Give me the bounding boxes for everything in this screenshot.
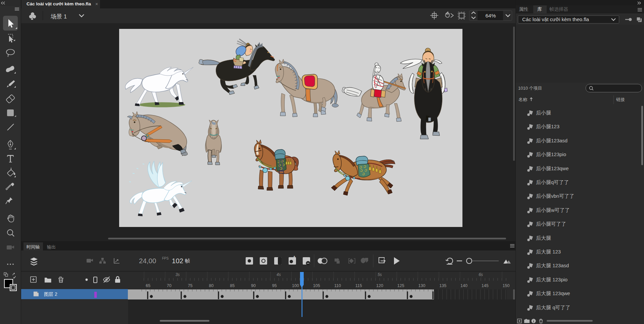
svg-text:64%: 64% [485,13,496,18]
svg-text:80: 80 [209,283,214,288]
svg-text:90: 90 [251,283,256,288]
svg-text:3s: 3s [176,272,180,277]
svg-text:150: 150 [503,283,510,288]
svg-text:110: 110 [334,283,341,288]
svg-text:A: A [293,255,296,259]
svg-text:65: 65 [146,283,150,288]
svg-text:105: 105 [313,283,320,288]
svg-text:135: 135 [439,283,446,288]
svg-text:95: 95 [272,283,277,288]
svg-text:6s: 6s [479,272,483,277]
svg-text:140: 140 [460,283,467,288]
svg-text:75: 75 [188,283,193,288]
svg-text:5s: 5s [378,272,382,277]
svg-text:100: 100 [292,283,299,288]
svg-text:70: 70 [167,283,171,288]
svg-text:4s: 4s [277,272,281,277]
svg-text:130: 130 [418,283,426,288]
svg-text:120: 120 [376,283,383,288]
svg-text:85: 85 [230,283,235,288]
svg-text:145: 145 [482,283,489,288]
svg-text:125: 125 [397,283,404,288]
svg-text:115: 115 [355,283,362,288]
